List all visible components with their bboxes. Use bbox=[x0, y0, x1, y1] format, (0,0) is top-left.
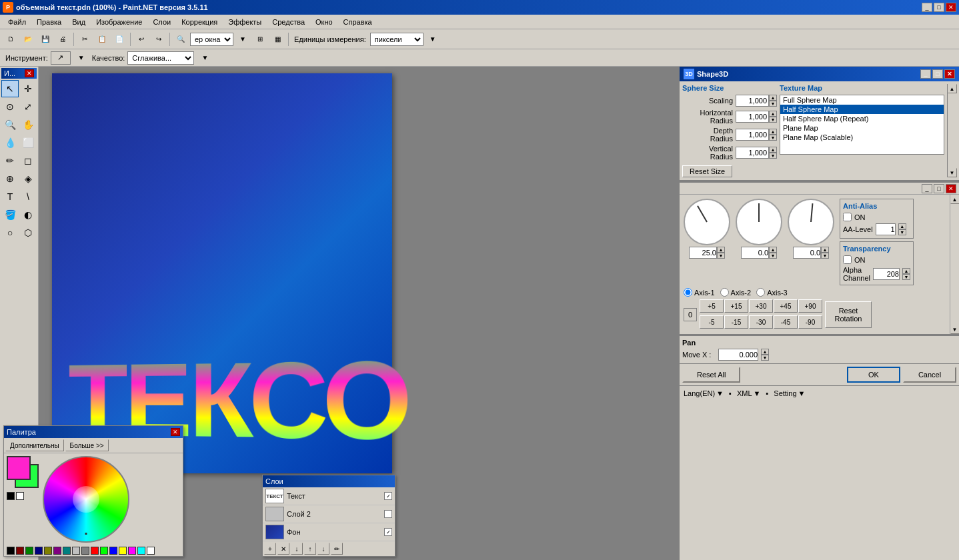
chip-6[interactable] bbox=[63, 547, 71, 555]
scaling-input[interactable] bbox=[736, 95, 769, 107]
setting-item[interactable]: Setting ▼ bbox=[774, 389, 805, 397]
palette-extra-btn[interactable]: Дополнительны bbox=[5, 439, 64, 451]
cancel-btn[interactable]: Cancel bbox=[903, 367, 956, 383]
rot-max[interactable]: □ bbox=[934, 184, 944, 193]
texture-item-3[interactable]: Plane Map bbox=[780, 123, 944, 133]
h-radius-input[interactable] bbox=[736, 111, 769, 123]
save-btn[interactable]: 💾 bbox=[37, 31, 53, 47]
layer-row-3[interactable]: Фон ✓ bbox=[263, 523, 395, 541]
dial-1-up[interactable]: ▲ bbox=[717, 247, 725, 253]
maximize-btn[interactable]: □ bbox=[934, 3, 944, 12]
tool-ellipse[interactable]: ○ bbox=[1, 224, 19, 241]
texture-item-4[interactable]: Plane Map (Scalable) bbox=[780, 133, 944, 142]
chip-0[interactable] bbox=[7, 547, 15, 555]
shape3d-max[interactable]: □ bbox=[932, 69, 943, 79]
tool-clone[interactable]: ◈ bbox=[19, 170, 37, 187]
tool-pencil[interactable]: ✏ bbox=[1, 152, 19, 169]
dial-3[interactable] bbox=[788, 199, 834, 245]
step-plus90[interactable]: +90 bbox=[798, 299, 822, 313]
trans-on-check[interactable] bbox=[843, 255, 852, 264]
tool-gradient[interactable]: ◐ bbox=[19, 206, 37, 223]
tool-zoom[interactable]: 🔍 bbox=[1, 116, 19, 133]
color-wheel[interactable] bbox=[43, 456, 129, 543]
tool-dropdown[interactable]: ▼ bbox=[73, 50, 89, 66]
tools-close[interactable]: ✕ bbox=[25, 69, 34, 77]
dial-2-down[interactable]: ▼ bbox=[769, 253, 777, 259]
step-plus15[interactable]: +15 bbox=[724, 299, 748, 313]
scroll-down-1[interactable]: ▼ bbox=[948, 168, 957, 177]
chip-5[interactable] bbox=[53, 547, 61, 555]
chip-7[interactable] bbox=[72, 547, 80, 555]
dial-3-input[interactable] bbox=[793, 247, 821, 259]
redo-btn[interactable]: ↪ bbox=[151, 31, 167, 47]
menu-correction[interactable]: Коррекция bbox=[176, 17, 223, 27]
axis-1-radio[interactable] bbox=[684, 288, 692, 297]
aa-level-input[interactable] bbox=[876, 223, 896, 235]
zoom-select[interactable]: ер окна bbox=[190, 33, 233, 46]
grid-btn[interactable]: ▦ bbox=[269, 31, 285, 47]
tool-move2[interactable]: ⤢ bbox=[19, 98, 37, 115]
chip-14[interactable] bbox=[137, 547, 145, 555]
shape3d-close[interactable]: ✕ bbox=[944, 69, 955, 79]
chip-15[interactable] bbox=[147, 547, 155, 555]
zero-btn[interactable]: 0 bbox=[684, 308, 697, 321]
zoom-fit-btn[interactable]: ⊞ bbox=[252, 31, 268, 47]
scaling-up[interactable]: ▲ bbox=[769, 95, 777, 101]
axis-1-label[interactable]: Axis-1 bbox=[684, 288, 715, 297]
step-plus30[interactable]: +30 bbox=[749, 299, 773, 313]
menu-window[interactable]: Окно bbox=[310, 17, 338, 27]
tool-selector[interactable]: ↗ bbox=[51, 51, 71, 65]
axis-3-radio[interactable] bbox=[756, 288, 765, 297]
step-minus15[interactable]: -15 bbox=[724, 315, 748, 329]
move-x-input[interactable] bbox=[718, 349, 758, 361]
print-btn[interactable]: 🖨 bbox=[55, 31, 71, 47]
chip-3[interactable] bbox=[35, 547, 43, 555]
dial-1-down[interactable]: ▼ bbox=[717, 253, 725, 259]
v-radius-up[interactable]: ▲ bbox=[769, 147, 777, 153]
menu-file[interactable]: Файл bbox=[3, 17, 31, 27]
step-minus5[interactable]: -5 bbox=[700, 315, 724, 329]
layer-delete-btn[interactable]: ✕ bbox=[277, 543, 289, 555]
menu-image[interactable]: Изображение bbox=[91, 17, 147, 27]
tool-select[interactable]: ↖ bbox=[1, 80, 19, 97]
copy-btn[interactable]: 📋 bbox=[94, 31, 110, 47]
layer-down-btn[interactable]: ↓ bbox=[291, 543, 303, 555]
chip-10[interactable] bbox=[100, 547, 108, 555]
menu-help[interactable]: Справка bbox=[338, 17, 377, 27]
aa-down[interactable]: ▼ bbox=[898, 229, 906, 235]
undo-btn[interactable]: ↩ bbox=[133, 31, 149, 47]
zoom-dropdown[interactable]: ▼ bbox=[235, 31, 251, 47]
tool-rect[interactable]: ⬜ bbox=[19, 134, 37, 151]
dial-3-down[interactable]: ▼ bbox=[821, 253, 829, 259]
dial-1[interactable] bbox=[684, 199, 730, 245]
rot-min[interactable]: _ bbox=[922, 184, 932, 193]
reset-size-btn[interactable]: Reset Size bbox=[682, 165, 732, 177]
step-minus45[interactable]: -45 bbox=[774, 315, 798, 329]
minimize-btn[interactable]: _ bbox=[922, 3, 932, 12]
tool-fill[interactable]: 🪣 bbox=[1, 206, 19, 223]
reset-rotation-btn[interactable]: ResetRotation bbox=[825, 301, 872, 328]
d-radius-down[interactable]: ▼ bbox=[769, 135, 777, 141]
reset-all-btn[interactable]: Reset All bbox=[682, 367, 740, 383]
menu-tools[interactable]: Средства bbox=[267, 17, 310, 27]
step-plus5[interactable]: +5 bbox=[700, 299, 724, 313]
xml-item[interactable]: XML ▼ bbox=[737, 389, 761, 397]
layer-add-btn[interactable]: + bbox=[264, 543, 276, 555]
dial-2[interactable] bbox=[736, 199, 782, 245]
move-x-down[interactable]: ▼ bbox=[761, 355, 769, 361]
tool-stamp[interactable]: ⊕ bbox=[1, 170, 19, 187]
menu-view[interactable]: Вид bbox=[67, 17, 91, 27]
palette-more-btn[interactable]: Больше >> bbox=[65, 439, 109, 451]
axis-2-radio[interactable] bbox=[720, 288, 729, 297]
chip-4[interactable] bbox=[44, 547, 52, 555]
tool-line[interactable]: \ bbox=[19, 188, 37, 205]
black-swatch[interactable] bbox=[7, 492, 15, 500]
d-radius-input[interactable] bbox=[736, 129, 769, 141]
quality-dropdown[interactable]: ▼ bbox=[197, 50, 213, 66]
quality-select[interactable]: Сглажива... bbox=[127, 51, 194, 65]
v-radius-input[interactable] bbox=[736, 147, 769, 159]
menu-layers[interactable]: Слои bbox=[147, 17, 176, 27]
rot-scroll-up[interactable]: ▲ bbox=[950, 195, 960, 204]
aa-up[interactable]: ▲ bbox=[898, 223, 906, 229]
step-plus45[interactable]: +45 bbox=[774, 299, 798, 313]
